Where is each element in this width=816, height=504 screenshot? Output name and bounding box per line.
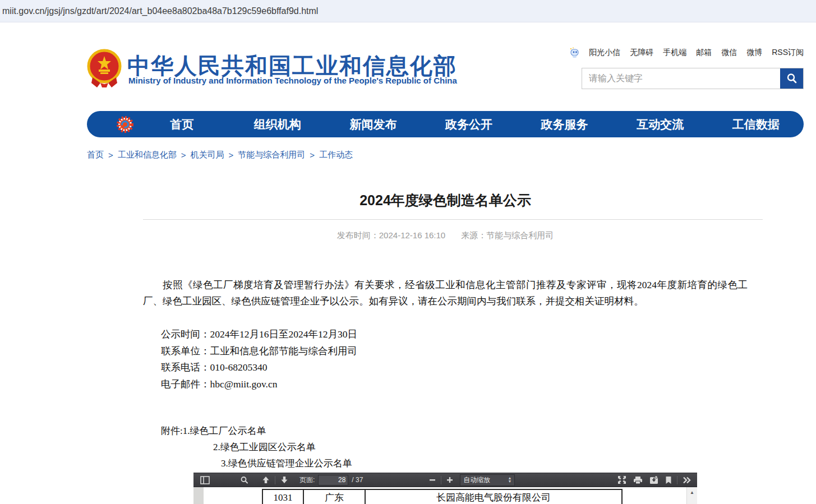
toolbar-divider [441,476,441,484]
pdf-page-down-button[interactable] [277,473,292,487]
scroll-up-icon[interactable]: ▲ [687,487,697,498]
fullscreen-icon [617,475,626,484]
site-subtitle: Ministry of Industry and Information Tec… [128,76,457,85]
quick-link-rss[interactable]: RSS订阅 [772,48,804,58]
bookmark-icon [665,476,672,484]
pdf-toolbar: 页面: / 37 自动缩放 ▲▼ [193,473,697,487]
info-line-email: 电子邮件：hbc@miit.gov.cn [161,376,357,393]
table-cell-company: 长园高能电气股份有限公司 [366,490,621,504]
breadcrumb: 首页 > 工业和信息化部 > 机关司局 > 节能与综合利用司 > 工作动态 [87,150,353,160]
breadcrumb-work-news[interactable]: 工作动态 [319,150,353,160]
info-line-phone: 联系电话：010-68205340 [161,359,357,376]
pdf-more-tools-button[interactable] [679,473,695,487]
pdf-viewer: 页面: / 37 自动缩放 ▲▼ [193,473,697,504]
breadcrumb-energy-dept[interactable]: 节能与综合利用司 [238,150,305,160]
pdf-zoom-controls: 自动缩放 ▲▼ [426,473,515,487]
table-cell-province: 广东 [304,490,366,504]
quick-link-mobile[interactable]: 手机端 [663,48,686,58]
pdf-right-tools [614,473,695,487]
quick-link-accessibility[interactable]: 无障碍 [630,48,653,58]
zoom-out-icon [429,477,436,483]
pdf-page-up-button[interactable] [259,473,273,487]
page-up-icon [262,476,270,484]
header-quick-links: 阳光小信 无障碍 手机端 邮箱 微信 微博 RSS订阅 [569,47,804,58]
attachment-3-link[interactable]: 3.绿色供应链管理企业公示名单 [221,457,352,470]
find-icon [240,476,248,484]
breadcrumb-miit[interactable]: 工业和信息化部 [118,150,177,160]
pdf-find-button[interactable] [237,473,252,487]
quick-link-wechat[interactable]: 微信 [721,48,737,58]
sunshine-robot-icon [569,47,579,58]
search-input[interactable] [582,68,780,89]
pdf-sidebar-toggle-button[interactable] [197,473,213,487]
pdf-page-canvas: 1031 广东 长园高能电气股份有限公司 [204,487,687,504]
table-cell-number: 1031 [263,490,304,504]
zoom-in-icon [446,477,453,483]
nav-items: 首页 组织机构 新闻发布 政务公开 政务服务 互动交流 工信数据 [134,117,804,132]
article-source: 来源：节能与综合利用司 [461,230,554,240]
search-box [582,68,804,89]
miit-gear-logo-icon [116,115,134,133]
sidebar-toggle-icon [200,476,210,484]
breadcrumb-separator: > [229,150,234,160]
breadcrumb-departments[interactable]: 机关司局 [191,150,224,160]
nav-item-organization[interactable]: 组织机构 [230,117,326,132]
article-info-lines: 公示时间：2024年12月16日至2024年12月30日 联系单位：工业和信息化… [161,326,357,392]
double-chevron-icon [683,477,691,484]
breadcrumb-separator: > [108,150,113,160]
nav-item-gov-service[interactable]: 政务服务 [517,117,612,132]
search-icon [786,72,798,85]
breadcrumb-separator: > [310,150,315,160]
search-button[interactable] [780,68,803,89]
browser-url-bar[interactable]: miit.gov.cn/jgsj/jns/gzdt/art/2024/art_b… [0,0,816,22]
article-meta: 发布时间：2024-12-16 16:10来源：节能与综合利用司 [87,230,804,241]
page-url[interactable]: miit.gov.cn/jgsj/jns/gzdt/art/2024/art_b… [0,6,318,16]
national-emblem-logo [87,48,122,87]
pdf-table-row: 1031 广东 长园高能电气股份有限公司 [262,489,623,504]
pdf-page-label: 页面: [299,475,315,485]
nav-item-interaction[interactable]: 互动交流 [612,117,708,132]
pdf-download-button[interactable] [646,473,662,487]
toolbar-divider [275,476,275,484]
title-divider [143,219,763,220]
nav-item-gov-open[interactable]: 政务公开 [421,117,517,132]
print-icon [633,476,643,484]
pdf-zoom-in-button[interactable] [443,473,457,487]
toolbar-divider [677,476,677,484]
pdf-presentation-button[interactable] [614,473,630,487]
download-icon [649,476,658,484]
main-nav: 首页 组织机构 新闻发布 政务公开 政务服务 互动交流 工信数据 [87,111,804,137]
pdf-scrollbar[interactable]: ▲ [686,487,697,504]
article-title: 2024年度绿色制造名单公示 [87,191,804,210]
breadcrumb-home[interactable]: 首页 [87,150,104,160]
nav-item-news[interactable]: 新闻发布 [325,117,421,132]
quick-link-sunshine[interactable]: 阳光小信 [589,48,620,58]
pdf-zoom-out-button[interactable] [426,473,439,487]
pdf-zoom-select[interactable]: 自动缩放 ▲▼ [460,474,515,486]
nav-item-home[interactable]: 首页 [134,117,230,132]
info-line-period: 公示时间：2024年12月16日至2024年12月30日 [161,326,357,343]
nav-item-data[interactable]: 工信数据 [708,117,804,132]
article-paragraph: 按照《绿色工厂梯度培育及管理暂行办法》有关要求，经省级工业和信息化主管部门推荐及… [143,277,748,309]
info-line-contact-unit: 联系单位：工业和信息化部节能与综合利用司 [161,343,357,360]
pdf-print-button[interactable] [630,473,646,487]
zoom-mode-value: 自动缩放 [463,475,490,485]
attachment-1-link[interactable]: 附件:1.绿色工厂公示名单 [161,424,266,437]
pdf-page-total: / 37 [352,476,363,484]
pdf-bookmark-button[interactable] [662,473,675,487]
pdf-page-input[interactable] [318,475,348,485]
select-arrows-icon: ▲▼ [508,477,511,483]
breadcrumb-separator: > [181,150,186,160]
page-down-icon [280,476,288,484]
attachment-2-link[interactable]: 2.绿色工业园区公示名单 [213,441,316,454]
quick-link-mail[interactable]: 邮箱 [696,48,712,58]
publish-time: 发布时间：2024-12-16 16:10 [337,230,445,240]
quick-link-weibo[interactable]: 微博 [746,48,762,58]
